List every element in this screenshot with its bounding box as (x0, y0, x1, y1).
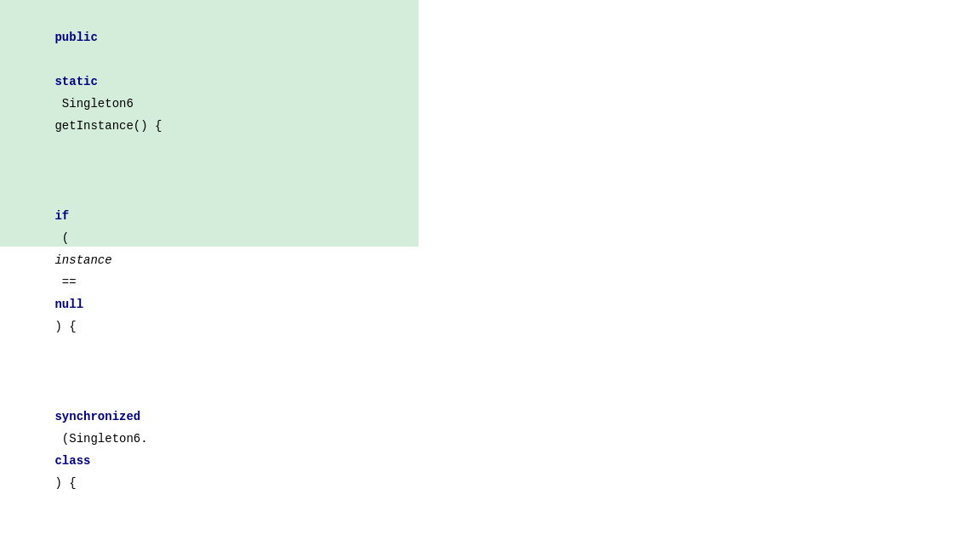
keyword-class: class (54, 454, 90, 468)
code-line-3: synchronized (Singleton6. class ) { (0, 361, 419, 517)
indent2 (54, 187, 83, 201)
keyword-synchronized: synchronized (54, 410, 140, 423)
space (54, 53, 61, 66)
code-line-1: public static Singleton6 getInstance() { (0, 3, 419, 160)
keyword-static: static (54, 75, 97, 88)
keyword-public: public (54, 31, 97, 44)
class-ref: Singleton6 (54, 97, 140, 111)
code-line-2: if ( instance == null ) { (0, 160, 419, 361)
code-line-4: if ( instance == null ) { (0, 517, 419, 551)
indent3 (54, 388, 111, 401)
method-getinstance: getInstance (54, 119, 133, 133)
code-panel: public static Singleton6 getInstance() {… (0, 0, 419, 247)
keyword-null-1: null (54, 298, 83, 311)
keyword-if-1: if (54, 209, 69, 223)
indent4 (54, 544, 140, 551)
right-area (419, 0, 980, 551)
var-instance-1: instance (54, 253, 111, 267)
